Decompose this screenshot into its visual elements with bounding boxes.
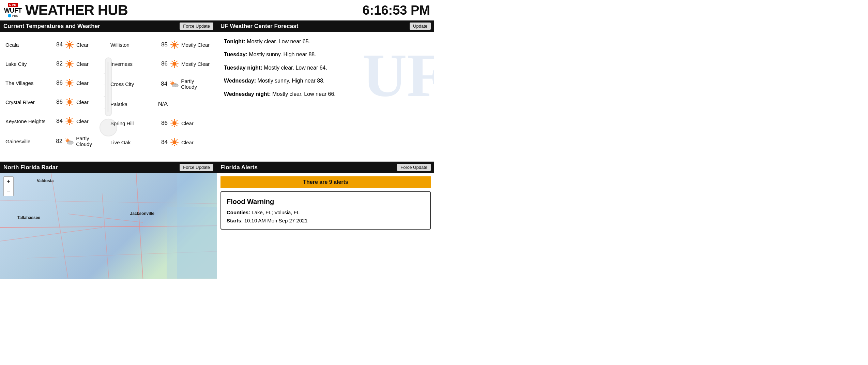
- alerts-banner: There are 9 alerts: [220, 176, 431, 188]
- temperature-value: 86: [52, 79, 63, 86]
- forecast-description: Mostly sunny. High near 88.: [257, 78, 324, 84]
- svg-line-77: [177, 66, 177, 67]
- sun-icon: [65, 40, 74, 49]
- svg-line-104: [172, 140, 172, 140]
- svg-line-68: [177, 47, 177, 47]
- temperature-value: 82: [52, 60, 63, 67]
- map-city-valdosta: Valdosta: [37, 178, 54, 183]
- list-item: Crystal River86 Clear: [3, 92, 108, 112]
- alert-counties: Counties: Lake, FL; Volusia, FL: [227, 208, 425, 217]
- logo-block: NPR WUFT PBS: [4, 3, 22, 17]
- svg-point-71: [173, 62, 177, 66]
- city-label: Lake City: [5, 61, 50, 67]
- svg-line-33: [67, 85, 67, 86]
- temperature-value: 86: [157, 120, 168, 127]
- forecast-title: UF Weather Center Forecast: [220, 23, 298, 30]
- alerts-title: Florida Alerts: [220, 164, 258, 171]
- svg-line-105: [177, 144, 177, 145]
- temperature-value: 86: [157, 60, 168, 67]
- temperature-value: N/A: [157, 101, 168, 107]
- city-label: Gainesville: [5, 138, 49, 144]
- condition-label: Clear: [76, 61, 89, 67]
- svg-line-96: [177, 125, 177, 126]
- svg-point-99: [173, 141, 177, 144]
- zoom-in-button[interactable]: +: [4, 177, 13, 186]
- condition-label: Mostly Clear: [181, 42, 210, 48]
- svg-line-21: [67, 61, 67, 62]
- thermometer-svg: [96, 54, 120, 139]
- svg-line-98: [172, 125, 172, 126]
- temperature-value: 82: [51, 138, 62, 145]
- radar-force-update-button[interactable]: Force Update: [180, 164, 213, 171]
- svg-line-23: [72, 61, 72, 62]
- radar-header: North Florida Radar Force Update: [0, 162, 217, 173]
- svg-line-31: [72, 85, 72, 86]
- sun-icon: [65, 78, 74, 88]
- svg-line-67: [172, 42, 172, 43]
- svg-line-12: [67, 42, 67, 43]
- list-item: PalatkaN/A: [108, 94, 213, 114]
- list-item: Spring Hill86 Clear: [108, 114, 213, 133]
- thermometer: [95, 52, 122, 141]
- npr-logo: NPR: [8, 3, 18, 7]
- svg-line-51: [67, 123, 67, 124]
- city-label: Crystal River: [5, 99, 50, 105]
- sun-icon: [65, 59, 74, 69]
- update-button[interactable]: Update: [410, 23, 431, 30]
- forecast-period-label: Wednesday night:: [224, 91, 272, 97]
- list-item: Lake City82 Clear: [3, 54, 108, 73]
- radar-content: Valdosta Tallahassee Jacksonville + −: [0, 173, 217, 279]
- svg-line-95: [172, 120, 172, 121]
- svg-point-6: [100, 119, 117, 136]
- wuft-logo: WUFT: [4, 8, 22, 14]
- uf-watermark: UF: [363, 45, 434, 106]
- forecast-description: Mostly clear. Low near 65.: [247, 39, 310, 44]
- forecast-description: Mostly sunny. High near 88.: [249, 52, 316, 57]
- forecast-period-label: Tuesday:: [224, 52, 249, 57]
- pbs-circle: [8, 14, 11, 17]
- sun-icon: [170, 137, 179, 147]
- weather-content: Ocala84 ClearLake City82 ClearThe Villag…: [0, 32, 217, 161]
- force-update-button[interactable]: Force Update: [180, 23, 213, 30]
- radar-panel: North Florida Radar Force Update: [0, 161, 217, 279]
- svg-point-62: [173, 43, 177, 47]
- city-label: Ocala: [5, 42, 50, 48]
- svg-point-16: [68, 62, 72, 66]
- page-title: WEATHER HUB: [25, 2, 128, 18]
- svg-line-97: [177, 120, 177, 121]
- list-item: Live Oak84 Clear: [108, 133, 213, 152]
- svg-line-15: [67, 47, 67, 47]
- alert-counties-label: Counties:: [227, 209, 252, 215]
- condition-label: Clear: [76, 118, 89, 124]
- sun-icon: [65, 116, 74, 126]
- condition-label: Clear: [76, 42, 89, 48]
- current-weather-title: Current Temperatures and Weather: [3, 23, 100, 30]
- alert-title: Flood Warning: [227, 196, 425, 207]
- alert-card: Flood WarningCounties: Lake, FL; Volusia…: [220, 191, 431, 230]
- alerts-force-update-button[interactable]: Force Update: [397, 164, 431, 171]
- svg-rect-1: [107, 62, 109, 112]
- forecast-period-label: Tonight:: [224, 39, 247, 44]
- svg-point-90: [173, 121, 177, 125]
- zoom-out-button[interactable]: −: [4, 186, 13, 196]
- pbs-logo: PBS: [8, 14, 18, 17]
- forecast-period-label: Wednesday:: [224, 78, 257, 84]
- svg-point-61: [70, 142, 73, 144]
- weather-right-col: Williston85 Mostly ClearInverness86 Most…: [108, 32, 213, 155]
- header-left: NPR WUFT PBS WEATHER HUB: [4, 2, 128, 18]
- svg-line-106: [177, 140, 177, 140]
- forecast-content: Tonight: Mostly clear. Low near 65.Tuesd…: [217, 32, 434, 110]
- svg-line-78: [177, 61, 177, 62]
- city-label: Williston: [110, 42, 155, 48]
- condition-label: Clear: [76, 99, 89, 105]
- header: NPR WUFT PBS WEATHER HUB 6:16:53 PM: [0, 0, 434, 20]
- alerts-header: Florida Alerts Force Update: [217, 162, 434, 173]
- temperature-value: 84: [52, 41, 63, 48]
- map-background: Valdosta Tallahassee Jacksonville + −: [0, 173, 217, 279]
- svg-rect-117: [167, 207, 217, 279]
- forecast-description: Mostly clear. Low near 64.: [264, 65, 327, 71]
- svg-line-40: [72, 104, 72, 105]
- alert-starts-label: Starts:: [227, 218, 244, 223]
- svg-line-109: [0, 228, 102, 241]
- map-city-tallahassee: Tallahassee: [17, 215, 40, 220]
